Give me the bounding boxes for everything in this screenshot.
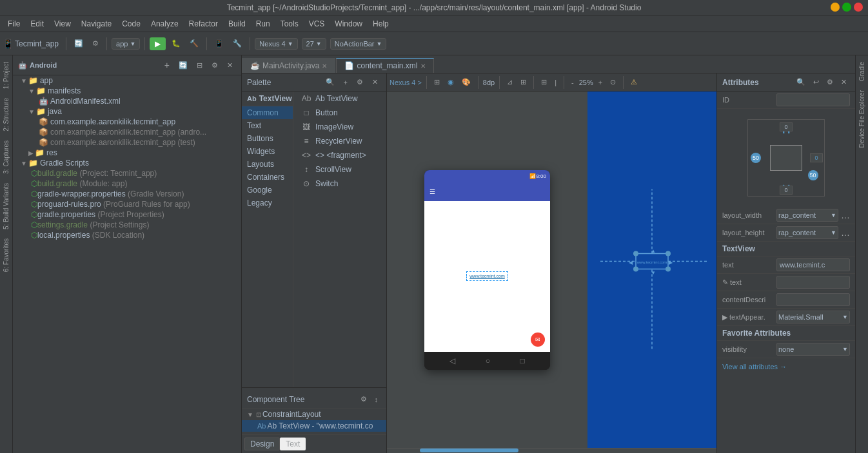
guideline-btn[interactable]: | (552, 77, 559, 88)
tree-item-gradle-props[interactable]: ⬡ gradle.properties (Project Properties) (13, 209, 241, 220)
module-selector[interactable]: app ▼ (112, 38, 140, 50)
palette-search-btn[interactable]: 🔍 (322, 76, 338, 88)
palette-add-btn[interactable]: + (340, 77, 351, 88)
attr-text-input[interactable] (780, 261, 847, 269)
attr-content-desc-value[interactable] (776, 293, 850, 306)
palette-cat-widgets[interactable]: Widgets (242, 145, 293, 158)
phone-textview[interactable]: www.tecmint.com (466, 271, 508, 281)
attr-close-btn[interactable]: ✕ (838, 76, 850, 88)
zoom-fit-btn[interactable]: ⊙ (607, 77, 618, 88)
component-tree-settings[interactable]: ⚙ (357, 393, 370, 405)
attr-settings-btn[interactable]: ⚙ (824, 76, 836, 88)
menu-help[interactable]: Help (368, 18, 394, 30)
sync-button[interactable]: 🔄 (71, 37, 86, 50)
tree-item-gradle-scripts[interactable]: ▼ 📁 Gradle Scripts (13, 158, 241, 168)
tab-content-main[interactable]: 📄 content_main.xml ✕ (336, 58, 433, 73)
menu-build[interactable]: Build (223, 18, 251, 30)
hide-button[interactable]: ✕ (224, 59, 236, 72)
settings-button[interactable]: ⚙ (89, 37, 102, 50)
design-btn[interactable]: 🎨 (459, 77, 473, 88)
h-scroll-thumb[interactable] (420, 448, 518, 452)
palette-item-switch[interactable]: ⊙ Switch (293, 177, 386, 191)
sync-tree-button[interactable]: 🔄 (175, 59, 191, 72)
debug-button[interactable]: 🐛 (168, 37, 184, 50)
palette-cat-text[interactable]: Text (242, 119, 293, 132)
add-button[interactable]: + (161, 58, 173, 72)
tree-item-java[interactable]: ▼ 📁 java (13, 106, 241, 117)
tree-item-build-gradle-app[interactable]: ⬡ build.gradle (Module: app) (13, 178, 241, 189)
component-tree-toggle[interactable]: ↕ (371, 393, 382, 405)
tree-item-build-gradle-proj[interactable]: ⬡ build.gradle (Project: Tecmint_app) (13, 168, 241, 178)
layout-height-more[interactable]: … (841, 227, 850, 238)
palette-settings-btn[interactable]: ⚙ (353, 76, 366, 88)
run-button[interactable]: ▶ (150, 37, 166, 50)
palette-item-scrollview[interactable]: ↕ ScrollView (293, 162, 386, 177)
design-toggle-btn[interactable]: Design (244, 438, 280, 450)
attr-text-value[interactable] (776, 258, 850, 271)
menu-navigate[interactable]: Navigate (76, 18, 117, 30)
maximize-button[interactable] (842, 3, 851, 12)
tree-item-gradle-wrapper[interactable]: ⬡ gradle-wrapper.properties (Gradle Vers… (13, 189, 241, 199)
text-toggle-btn[interactable]: Text (280, 438, 306, 450)
menu-tools[interactable]: Tools (275, 18, 304, 30)
palette-cat-layouts[interactable]: Layouts (242, 158, 293, 171)
view-all-attrs-link[interactable]: View all attributes → (722, 363, 787, 371)
nexus-breadcrumb[interactable]: Nexus 4 > (390, 79, 422, 86)
tree-item-manifests[interactable]: ▼ 📁 manifests (13, 86, 241, 96)
palette-item-recyclerview[interactable]: ≡ RecyclerView (293, 134, 386, 148)
attr-search-btn[interactable]: 🔍 (793, 76, 809, 88)
constraint-btn[interactable]: ⊿ (504, 77, 515, 88)
menu-code[interactable]: Code (117, 18, 146, 30)
attr-history-btn[interactable]: ↩ (810, 76, 822, 88)
tree-item-manifest-xml[interactable]: 🤖 AndroidManifest.xml (13, 96, 241, 106)
favorites-icon[interactable]: 6: Favorites (1, 235, 11, 276)
tree-item-app[interactable]: ▼ 📁 app (13, 75, 241, 86)
menu-view[interactable]: View (49, 18, 76, 30)
minimize-button[interactable] (831, 3, 840, 12)
sdk-button[interactable]: 🔧 (230, 37, 245, 50)
close-button[interactable] (854, 3, 863, 12)
palette-cat-legacy[interactable]: Legacy (242, 197, 293, 209)
theme-selector[interactable]: NoActionBar ▼ (330, 38, 387, 50)
home-btn[interactable]: ○ (486, 356, 490, 365)
tab-close-main-activity[interactable]: ✕ (322, 63, 327, 70)
menu-window[interactable]: Window (330, 18, 368, 30)
constraint-bottom-value[interactable]: 0 (780, 186, 793, 195)
attr-id-input[interactable] (780, 96, 847, 104)
device-file-explorer-icon[interactable]: Device File Explorer (857, 86, 867, 151)
menu-run[interactable]: Run (251, 18, 275, 30)
tab-main-activity[interactable]: ☕ MainActivity.java ✕ (242, 58, 335, 73)
tree-item-pkg2[interactable]: 📦 com.example.aaronkilik.tecmint_app (an… (13, 127, 241, 137)
tab-close-content-main[interactable]: ✕ (420, 63, 426, 70)
grid-btn[interactable]: ⊞ (538, 77, 549, 88)
palette-item-fragment[interactable]: <> <> <fragment> (293, 148, 386, 162)
phone-content[interactable]: www.tecmint.com ✉ (424, 201, 550, 352)
layout-width-more[interactable]: … (841, 210, 850, 220)
attr-visibility-dropdown[interactable]: none ▼ (776, 343, 850, 356)
align-btn[interactable]: ⊞ (518, 77, 529, 88)
h-scrollbar[interactable] (387, 448, 716, 453)
tree-item-proguard[interactable]: ⬡ proguard-rules.pro (ProGuard Rules for… (13, 199, 241, 209)
structure-panel-icon[interactable]: 2: Structure (1, 94, 11, 135)
attr-layout-width-dropdown[interactable]: rap_content ▼ (776, 209, 838, 222)
menu-vcs[interactable]: VCS (304, 18, 330, 30)
menu-analyze[interactable]: Analyze (146, 18, 184, 30)
attr-text2-input[interactable] (780, 278, 847, 286)
warning-btn[interactable]: ⚠ (628, 77, 640, 88)
menu-refactor[interactable]: Refactor (184, 18, 223, 30)
back-btn[interactable]: ◁ (449, 356, 455, 365)
palette-cat-buttons[interactable]: Buttons (242, 132, 293, 145)
zoom-out-btn[interactable]: - (569, 77, 577, 88)
api-selector[interactable]: 27 ▼ (302, 38, 326, 50)
tree-item-settings-gradle[interactable]: ⬡ settings.gradle (Project Settings) (13, 220, 241, 230)
tree-item-pkg1[interactable]: 📦 com.example.aaronkilik.tecmint_app (13, 117, 241, 127)
palette-item-button[interactable]: □ Button (293, 106, 386, 120)
menu-edit[interactable]: Edit (25, 18, 49, 30)
attr-layout-height-dropdown[interactable]: rap_content ▼ (776, 226, 838, 239)
avd-button[interactable]: 📱 (212, 37, 227, 50)
component-textview[interactable]: Ab Ab TextView - "www.tecmint.co (242, 420, 386, 432)
gradle-side-icon[interactable]: Gradle (857, 58, 867, 85)
project-panel-icon[interactable]: 1: Project (1, 58, 11, 93)
menu-file[interactable]: File (3, 18, 25, 30)
build-button[interactable]: 🔨 (186, 37, 202, 50)
